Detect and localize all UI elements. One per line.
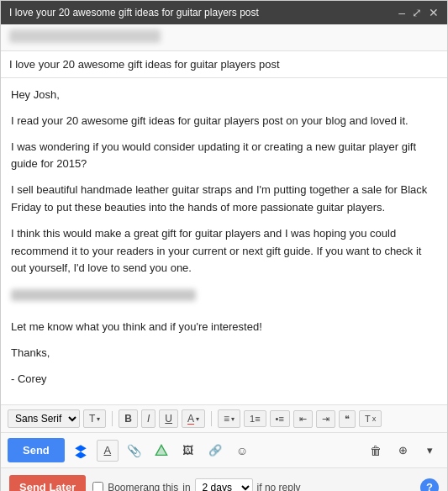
recipient-field: [9, 29, 161, 43]
font-selector[interactable]: Sans Serif: [8, 409, 80, 428]
paragraph-3: I sell beautiful handmade leather guitar…: [11, 182, 437, 217]
dropbox-icon[interactable]: [70, 440, 92, 462]
send-button[interactable]: Send: [8, 438, 65, 462]
toolbar-divider-2: [211, 411, 212, 426]
minimize-button[interactable]: –: [398, 6, 405, 19]
indent-more-button[interactable]: ⇥: [316, 410, 335, 428]
send-later-button[interactable]: Send Later: [9, 475, 86, 491]
paragraph-1: I read your 20 awesome gift ideas for gu…: [11, 113, 437, 130]
align-button[interactable]: ≡ ▾: [218, 409, 240, 428]
boomerang-row: Send Later Boomerang this in 2 days 1 da…: [1, 467, 447, 491]
help-icon[interactable]: ?: [420, 478, 439, 491]
boomerang-days-select[interactable]: 2 days 1 day 3 days 1 week: [195, 478, 253, 491]
font-color-button[interactable]: A ▾: [182, 409, 205, 428]
compose-window: I love your 20 awesome gift ideas for gu…: [0, 0, 448, 491]
svg-marker-0: [75, 445, 87, 458]
paragraph-7: - Corey: [11, 371, 437, 388]
action-row: Send A 📎 🖼 🔗: [1, 432, 447, 467]
greeting: Hey Josh,: [11, 87, 437, 104]
drive-icon[interactable]: [150, 440, 172, 462]
quote-button[interactable]: ❝: [339, 410, 356, 428]
window-controls: – ⤢ ✕: [398, 6, 439, 19]
italic-button[interactable]: I: [141, 409, 155, 428]
blurred-content: [11, 289, 196, 301]
maximize-button[interactable]: ⤢: [412, 6, 422, 19]
email-body: Hey Josh, I read your 20 awesome gift id…: [1, 78, 447, 404]
paragraph-6: Thanks,: [11, 345, 437, 362]
attach-icon[interactable]: 📎: [124, 440, 145, 462]
subject-row: I love your 20 awesome gift ideas for gu…: [1, 51, 447, 78]
close-button[interactable]: ✕: [429, 6, 439, 19]
bullet-list-button[interactable]: •≡: [270, 410, 290, 427]
emoji-icon[interactable]: ☺: [231, 440, 253, 462]
boomerang-checkbox-wrap: Boomerang this in 2 days 1 day 3 days 1 …: [92, 478, 300, 491]
numbered-list-button[interactable]: 1≡: [244, 410, 266, 427]
bold-button[interactable]: B: [119, 409, 138, 428]
recipient-row: [1, 24, 447, 51]
paragraph-4: I think this would make a great gift for…: [11, 225, 437, 277]
boomerang-this-label: Boomerang this: [108, 482, 178, 491]
subject-text: I love your 20 awesome gift ideas for gu…: [9, 58, 280, 71]
svg-marker-2: [155, 445, 166, 455]
boomerang-checkbox[interactable]: [92, 482, 103, 491]
font-color-label: A: [187, 413, 194, 425]
boomerang-in-label: in: [182, 482, 190, 491]
font-family-select[interactable]: Sans Serif: [8, 409, 80, 428]
paragraph-2: I was wondering if you would consider up…: [11, 139, 437, 174]
link-icon[interactable]: 🔗: [204, 440, 226, 462]
font-size-icon: T: [89, 413, 95, 425]
title-bar: I love your 20 awesome gift ideas for gu…: [1, 1, 447, 24]
if-no-reply-label: if no reply: [257, 482, 301, 491]
photo-icon[interactable]: 🖼: [177, 440, 199, 462]
indent-less-button[interactable]: ⇤: [293, 410, 313, 428]
window-title: I love your 20 awesome gift ideas for gu…: [9, 7, 259, 18]
font-size-chevron: ▾: [97, 415, 100, 423]
more-options-icon[interactable]: ⊕: [392, 440, 414, 462]
underline-button[interactable]: U: [159, 409, 178, 428]
align-icon: ≡: [224, 413, 229, 425]
font-color-chevron: ▾: [196, 415, 199, 423]
toolbar-divider-1: [112, 411, 113, 426]
format-clear-icon[interactable]: A: [97, 440, 119, 462]
align-chevron: ▾: [231, 415, 235, 423]
font-size-button[interactable]: T ▾: [83, 409, 106, 428]
remove-format-button[interactable]: Tx: [359, 410, 382, 427]
dropdown-icon[interactable]: ▾: [419, 440, 440, 462]
delete-icon[interactable]: 🗑: [365, 440, 387, 462]
paragraph-5: Let me know what you think and if you're…: [11, 319, 437, 336]
formatting-toolbar: Sans Serif T ▾ B I U A ▾ ≡ ▾ 1≡ •≡ ⇤ ⇥ ❝…: [1, 404, 447, 432]
